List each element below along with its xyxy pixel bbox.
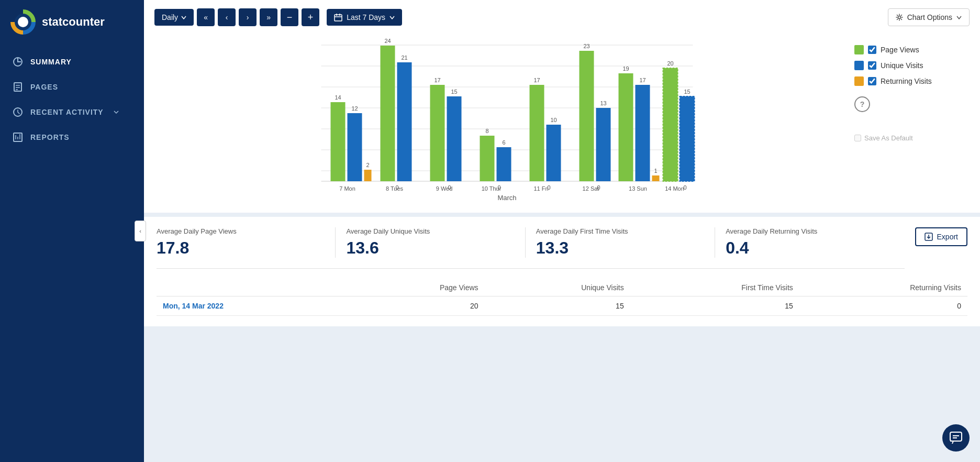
table-header-row: Page Views Unique Visits First Time Visi…: [157, 279, 967, 296]
page-views-checkbox[interactable]: [868, 46, 876, 54]
unique-visits-checkbox[interactable]: [868, 61, 876, 70]
bar-chart-area: 14 12 2 7 Mon 24 21 0 8 Tues: [154, 35, 844, 204]
svg-text:10 Thur: 10 Thur: [482, 185, 502, 192]
svg-text:21: 21: [401, 54, 407, 61]
summary-icon: [13, 57, 23, 67]
svg-text:17: 17: [639, 77, 645, 83]
bar-13sun-pv: [619, 73, 633, 181]
pages-icon: [13, 82, 23, 92]
nav-first-button[interactable]: «: [197, 8, 215, 26]
svg-text:7 Mon: 7 Mon: [339, 185, 355, 192]
sidebar-item-summary[interactable]: SUMMARY: [0, 49, 144, 74]
bar-13sun-rv: [652, 175, 660, 181]
svg-rect-60: [950, 432, 962, 441]
svg-rect-12: [335, 15, 342, 21]
calendar-icon: [334, 13, 342, 21]
svg-text:13: 13: [600, 100, 606, 106]
returning-visits-checkbox[interactable]: [868, 77, 876, 85]
chat-button[interactable]: [942, 424, 970, 452]
svg-text:15: 15: [451, 89, 457, 95]
bar-11fri-uv: [547, 125, 561, 181]
chart-options-arrow-icon: [956, 16, 962, 19]
daily-select-button[interactable]: Daily: [154, 9, 194, 26]
page-views-color: [854, 45, 864, 54]
data-table: Page Views Unique Visits First Time Visi…: [157, 279, 967, 316]
save-as-default-option: Save As Default: [854, 134, 970, 142]
logo-text: statcounter: [42, 15, 105, 29]
row-first-time: 15: [630, 296, 799, 316]
chat-icon: [949, 431, 963, 445]
zoom-out-button[interactable]: −: [281, 8, 298, 26]
stat-returning-visits: Average Daily Returning Visits 0.4: [715, 227, 904, 258]
stats-cards: Average Daily Page Views 17.8 Average Da…: [157, 227, 905, 269]
stat-first-time-visits: Average Daily First Time Visits 13.3: [526, 227, 715, 258]
bar-7mon-uv: [348, 113, 362, 181]
bar-9wed-uv: [447, 96, 462, 181]
bar-13sun-uv: [636, 85, 650, 181]
nav-next-button[interactable]: ›: [239, 8, 257, 26]
help-icon[interactable]: ?: [854, 96, 870, 112]
logo-area: statcounter: [0, 0, 144, 44]
svg-text:March: March: [497, 194, 516, 202]
svg-text:14 Mon: 14 Mon: [665, 185, 684, 192]
bar-12sat-uv: [596, 108, 611, 181]
stat-page-views: Average Daily Page Views 17.8: [157, 227, 336, 258]
col-page-views: Page Views: [350, 279, 485, 296]
svg-text:8: 8: [485, 128, 488, 134]
statcounter-logo-icon: [10, 9, 36, 35]
legend-returning-visits: Returning Visits: [854, 76, 970, 86]
row-unique-visits: 15: [485, 296, 630, 316]
col-first-time: First Time Visits: [630, 279, 799, 296]
sidebar-item-recent-activity[interactable]: RECENT ACTIVITY: [0, 100, 144, 125]
legend-page-views: Page Views: [854, 45, 970, 54]
svg-text:8 Tues: 8 Tues: [386, 185, 404, 192]
svg-text:15: 15: [684, 89, 690, 95]
bar-chart-svg: 14 12 2 7 Mon 24 21 0 8 Tues: [154, 35, 844, 202]
bar-12sat-pv: [580, 51, 594, 181]
bar-7mon-rv: [364, 170, 372, 181]
bar-14mon-pv: [663, 68, 678, 181]
table-row: Mon, 14 Mar 2022 20 15 15 0: [157, 296, 967, 316]
save-default-checkbox[interactable]: [854, 135, 861, 141]
date-dropdown-icon: [389, 16, 395, 19]
zoom-in-button[interactable]: +: [302, 8, 319, 26]
sidebar-item-reports[interactable]: REPORTS: [0, 125, 144, 150]
sidebar-navigation: SUMMARY PAGES RECENT ACTIVITY: [0, 44, 144, 155]
export-button[interactable]: Export: [915, 227, 967, 246]
svg-text:24: 24: [384, 38, 391, 44]
gear-icon: [896, 14, 903, 21]
dropdown-arrow-icon: [181, 16, 186, 19]
reports-icon: [13, 132, 23, 142]
col-date: [157, 279, 350, 296]
svg-text:1: 1: [654, 168, 657, 174]
col-returning: Returning Visits: [799, 279, 967, 296]
chevron-down-icon: [113, 109, 119, 115]
svg-text:6: 6: [502, 139, 505, 146]
col-unique-visits: Unique Visits: [485, 279, 630, 296]
bar-9wed-pv: [430, 85, 445, 181]
sidebar-item-pages[interactable]: PAGES: [0, 74, 144, 100]
bar-10thur-uv: [497, 147, 511, 181]
sidebar: statcounter SUMMARY PAGES: [0, 0, 144, 462]
svg-text:9 Wed: 9 Wed: [436, 185, 453, 192]
chart-options-button[interactable]: Chart Options: [888, 8, 970, 26]
unique-visits-color: [854, 61, 864, 70]
svg-text:17: 17: [533, 77, 540, 83]
date-range-button[interactable]: Last 7 Days: [327, 9, 402, 26]
nav-prev-button[interactable]: ‹: [218, 8, 236, 26]
svg-text:20: 20: [667, 60, 673, 67]
svg-text:11 Fri: 11 Fri: [533, 185, 548, 192]
svg-text:17: 17: [434, 77, 440, 83]
stats-section: Average Daily Page Views 17.8 Average Da…: [144, 217, 980, 326]
bar-11fri-pv: [530, 85, 544, 181]
svg-text:19: 19: [622, 65, 629, 72]
main-content: Daily « ‹ › » − + Last 7 Days: [144, 0, 980, 462]
svg-text:14: 14: [335, 94, 341, 101]
svg-text:13 Sun: 13 Sun: [629, 185, 647, 192]
bar-7mon-pv: [331, 102, 346, 181]
bar-8tues-pv: [381, 46, 395, 181]
nav-last-button[interactable]: »: [260, 8, 277, 26]
chart-container: 14 12 2 7 Mon 24 21 0 8 Tues: [154, 35, 970, 204]
stat-unique-visits: Average Daily Unique Visits 13.6: [336, 227, 525, 258]
sidebar-collapse-button[interactable]: ‹: [135, 221, 146, 241]
